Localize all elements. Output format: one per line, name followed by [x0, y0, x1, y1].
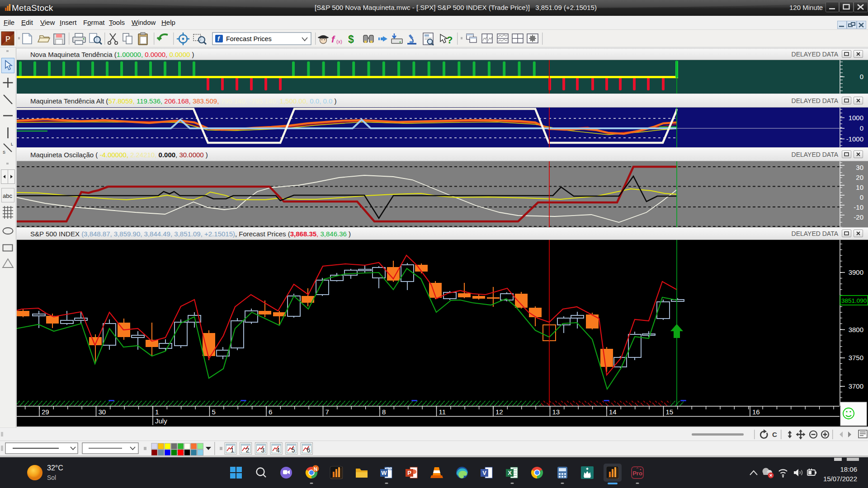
svg-text:10: 10 — [856, 183, 863, 191]
svg-text:30: 30 — [99, 408, 106, 416]
svg-text:3: 3 — [261, 446, 264, 454]
svg-text:16: 16 — [752, 408, 760, 416]
svg-text:5: 5 — [212, 408, 216, 416]
svg-text:15: 15 — [666, 408, 674, 416]
svg-text:P: P — [407, 469, 411, 476]
svg-text:7: 7 — [326, 408, 329, 416]
svg-text:Pro: Pro — [632, 470, 642, 477]
svg-text:8: 8 — [382, 408, 386, 416]
svg-text:1000: 1000 — [849, 114, 863, 122]
svg-text:3900: 3900 — [849, 268, 863, 276]
svg-text:C: C — [772, 431, 777, 438]
svg-text:(x): (x) — [336, 39, 342, 44]
svg-text:2: 2 — [246, 446, 250, 454]
svg-text:X: X — [508, 469, 512, 476]
svg-text:N: N — [314, 466, 317, 472]
svg-text:1: 1 — [155, 408, 159, 416]
svg-text:-10: -10 — [854, 203, 863, 211]
svg-text:1: 1 — [231, 446, 234, 454]
svg-text:?: ? — [447, 34, 453, 46]
svg-text:3800: 3800 — [849, 326, 863, 333]
svg-text:W: W — [381, 469, 387, 476]
svg-text:-1000: -1000 — [846, 135, 863, 143]
svg-text:P: P — [5, 35, 10, 43]
svg-text:Sol: Sol — [47, 474, 56, 481]
svg-text:f: f — [331, 34, 335, 44]
svg-text:13: 13 — [552, 408, 560, 416]
svg-text:30: 30 — [856, 164, 863, 171]
svg-text:V: V — [482, 469, 486, 476]
svg-text:abc: abc — [3, 192, 12, 199]
svg-text:$: $ — [348, 33, 354, 45]
svg-text:11: 11 — [439, 408, 446, 416]
svg-text:0: 0 — [860, 124, 863, 132]
svg-text:3700: 3700 — [849, 382, 863, 390]
svg-text:15/07/2022: 15/07/2022 — [823, 475, 857, 483]
svg-text:20: 20 — [856, 174, 863, 181]
svg-text:Forecast Prices: Forecast Prices — [226, 35, 272, 42]
svg-text:July: July — [155, 417, 167, 425]
svg-text:29: 29 — [42, 408, 49, 416]
svg-text:12: 12 — [495, 408, 503, 416]
svg-text:S: S — [3, 150, 5, 155]
svg-text:32°C: 32°C — [47, 464, 63, 472]
svg-text:L: L — [11, 142, 13, 146]
svg-text:14: 14 — [609, 408, 617, 416]
svg-text:0: 0 — [860, 73, 863, 80]
svg-text:3750: 3750 — [849, 354, 863, 361]
svg-text:-20: -20 — [854, 213, 863, 221]
svg-text:3851.090: 3851.090 — [841, 297, 867, 304]
svg-text:18:06: 18:06 — [840, 465, 857, 473]
svg-text:6: 6 — [307, 446, 311, 454]
svg-text:0: 0 — [860, 193, 863, 201]
svg-text:5: 5 — [292, 446, 295, 454]
svg-text:4: 4 — [276, 446, 280, 454]
svg-text:6: 6 — [269, 408, 272, 416]
